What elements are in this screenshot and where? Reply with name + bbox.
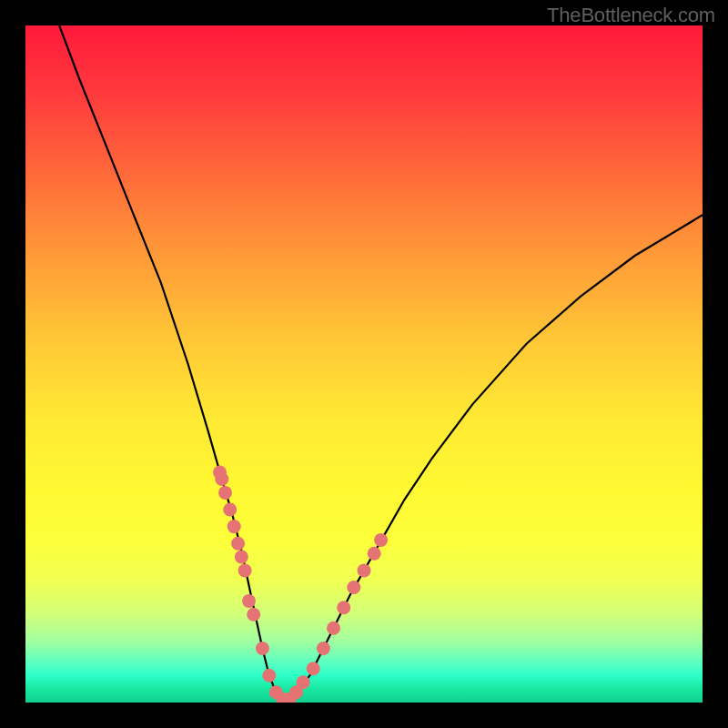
heat-gradient-background bbox=[25, 25, 703, 703]
chart-frame: TheBottleneck.com bbox=[0, 0, 728, 728]
watermark-text: TheBottleneck.com bbox=[547, 4, 715, 27]
plot-area bbox=[25, 25, 703, 703]
